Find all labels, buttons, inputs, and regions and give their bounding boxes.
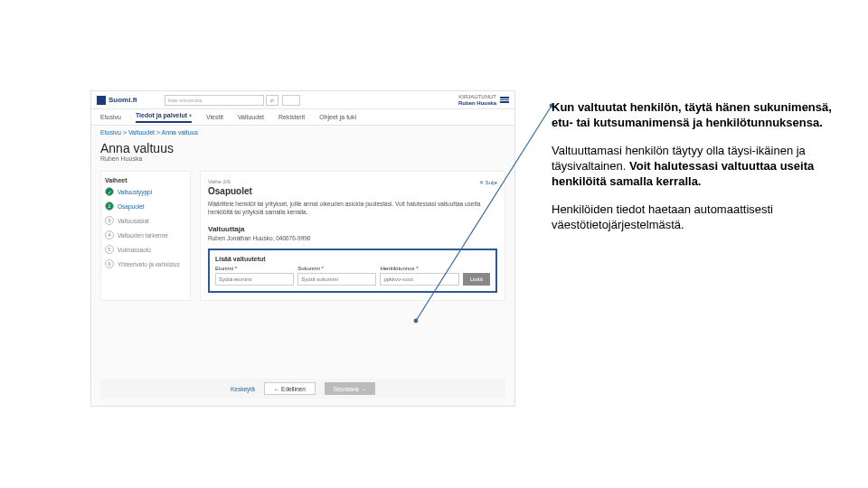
main-title: Osapuolet xyxy=(208,186,497,196)
firstname-input[interactable] xyxy=(215,273,294,286)
language-select[interactable] xyxy=(282,95,300,106)
page-title: Anna valtuus xyxy=(91,139,514,155)
step-4[interactable]: 4Valtuuden tarkenne xyxy=(105,230,186,239)
ssn-input[interactable] xyxy=(380,273,458,286)
step-6[interactable]: 6Yhteenveto ja vahvistus xyxy=(105,259,186,268)
annotation-p2: Valtuuttamasi henkilön täytyy olla täysi… xyxy=(552,143,850,189)
close-button[interactable]: ✕ Sulje xyxy=(479,179,497,185)
step-indicator: Vaihe 2/6 xyxy=(208,179,497,184)
main-description: Määrittele henkilöt tai yritykset, joill… xyxy=(208,200,497,216)
annotation-text: Kun valtuutat henkilön, täytä hänen suku… xyxy=(552,99,850,245)
cancel-link[interactable]: Keskeytä xyxy=(231,386,255,392)
add-button[interactable]: Lisää xyxy=(463,273,490,286)
lastname-input[interactable] xyxy=(297,273,376,286)
valtuuttaja-value: Ruben Jonathan Huusko, 040676-9990 xyxy=(208,235,497,241)
annotation-p1: Kun valtuutat henkilön, täytä hänen suku… xyxy=(552,99,850,130)
main-panel: ✕ Sulje Vaihe 2/6 Osapuolet Määrittele h… xyxy=(200,171,505,301)
wizard-footer: Keskeytä ← Edellinen Seuraava → xyxy=(100,379,505,399)
app-screenshot: Suomi.fi Hae sivustolta ⌕ KIRJAUTUNUT Ru… xyxy=(90,90,515,407)
steps-header: Vaiheet xyxy=(105,177,186,183)
nav-ohjeet[interactable]: Ohjeet ja tuki xyxy=(319,114,356,120)
add-authorized-box: Lisää valtuutetut Etunimi * Sukunimi * H… xyxy=(208,249,497,293)
search-button[interactable]: ⌕ xyxy=(266,95,278,106)
logo-icon xyxy=(97,96,106,105)
annotation-p3: Henkilöiden tiedot haetaan automaattises… xyxy=(552,202,850,232)
main-nav: Etusivu Tiedot ja palvelut ▾ Viestit Val… xyxy=(91,109,514,126)
ssn-label: Henkilötunnus * xyxy=(380,266,458,271)
search-input[interactable]: Hae sivustolta xyxy=(165,95,264,106)
nav-etusivu[interactable]: Etusivu xyxy=(100,114,121,120)
nav-valtuudet[interactable]: Valtuudet xyxy=(238,114,264,120)
chevron-down-icon: ▾ xyxy=(189,113,192,118)
step-2[interactable]: 2Osapuolet xyxy=(105,202,186,211)
lastname-label: Sukunimi * xyxy=(297,266,376,271)
nav-viestit[interactable]: Viestit xyxy=(206,114,223,120)
topbar: Suomi.fi Hae sivustolta ⌕ KIRJAUTUNUT Ru… xyxy=(91,91,514,109)
step-list: Vaiheet ✓Valtuustyyppi 2Osapuolet 3Valtu… xyxy=(100,171,191,301)
search-icon: ⌕ xyxy=(270,97,274,103)
add-authorized-title: Lisää valtuutetut xyxy=(215,256,490,262)
brand: Suomi.fi xyxy=(108,96,137,104)
step-3[interactable]: 3Valtuusasiat xyxy=(105,216,186,225)
nav-rekisterit[interactable]: Rekisterit xyxy=(278,114,305,120)
step-1[interactable]: ✓Valtuustyyppi xyxy=(105,187,186,196)
menu-icon[interactable] xyxy=(500,97,509,103)
firstname-label: Etunimi * xyxy=(215,266,294,271)
next-button[interactable]: Seuraava → xyxy=(325,382,375,395)
prev-button[interactable]: ← Edellinen xyxy=(264,382,316,395)
nav-tiedot[interactable]: Tiedot ja palvelut ▾ xyxy=(136,112,192,123)
breadcrumb: Etusivu > Valtuudet > Anna valtuus xyxy=(91,126,514,139)
user-info: KIRJAUTUNUT Ruben Huuska xyxy=(458,94,496,107)
page-subtitle: Ruben Huuska xyxy=(91,155,514,167)
step-5[interactable]: 5Voimassaolo xyxy=(105,245,186,254)
valtuuttaja-title: Valtuuttaja xyxy=(208,225,497,233)
